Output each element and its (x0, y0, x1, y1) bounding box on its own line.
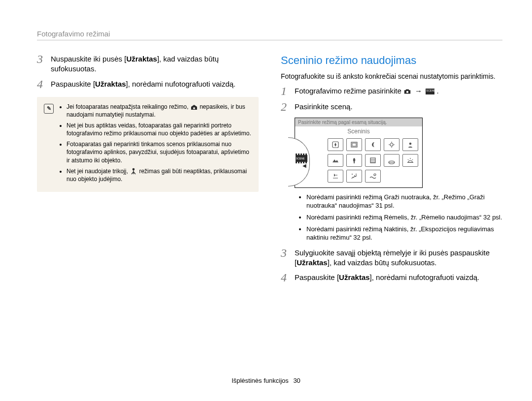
arrow-icon: → (415, 87, 422, 95)
scene-cell (365, 138, 381, 151)
intro-text: Fotografuokite su iš anksto konkrečiai s… (281, 72, 502, 81)
mode-dial: SCENE ◀ (288, 137, 310, 186)
scene-cell (402, 154, 418, 167)
scene-cell (346, 154, 362, 167)
svg-rect-7 (354, 162, 355, 163)
svg-point-1 (406, 91, 408, 93)
step-3-left: 3 Nuspauskite iki pusės [Užraktas], kad … (37, 54, 259, 74)
scene-grid (314, 138, 418, 183)
list-item: Net jei bus aptiktas veidas, fotoaparata… (66, 122, 252, 137)
list-item: Fotoaparatas gali neparinkti tinkamos sc… (66, 140, 252, 164)
text: Paspauskite [ (51, 80, 95, 88)
section-header: Fotografavimo režimai (37, 30, 502, 40)
chevron-left-icon: ◀ (302, 163, 306, 168)
step-4-left: 4 Paspauskite [Užraktas], norėdami nufot… (37, 79, 259, 90)
text: Paspauskite [ (295, 273, 339, 281)
right-column: Sceninio režimo naudojimas Fotografuokit… (281, 54, 502, 288)
svg-point-5 (390, 143, 393, 146)
scene-cell (328, 138, 343, 151)
screen-mode-label: Sceninis (295, 126, 422, 136)
list-item: Norėdami pasirinkti režimą Graži nuotrau… (306, 193, 502, 210)
page-number: 30 (293, 377, 300, 384)
step-number: 1 (281, 85, 292, 97)
text: Jei fotoaparatas neatpažįsta reikalingo … (66, 103, 190, 110)
text: ], norėdami nufotografuoti vaizdą. (370, 273, 480, 281)
dial-scene-label: SCENE (296, 157, 304, 160)
list-item: Norėdami pasirinkti režimą Naktinis, žr.… (306, 225, 502, 242)
list-item: Jei fotoaparatas neatpažįsta reikalingo … (66, 103, 252, 119)
note-box: ✎ Jei fotoaparatas neatpažįsta reikaling… (37, 97, 259, 192)
scene-cell (346, 170, 362, 183)
svg-point-11 (374, 174, 376, 176)
scene-cell (384, 138, 399, 151)
note-icon: ✎ (44, 104, 54, 114)
scene-cell (328, 170, 343, 183)
step-3-right: 3 Sulygiuokite savąjį objektą rėmelyje i… (281, 248, 502, 268)
svg-point-0 (133, 168, 135, 171)
left-column: 3 Nuspauskite iki pusės [Užraktas], kad … (37, 54, 259, 288)
screen-status-bar: Pasirinkite režimą pagal esamą situaciją… (295, 118, 422, 126)
list-item: Norėdami pasirinkti režimą Rėmelis, žr. … (306, 213, 502, 222)
bold: Užraktas (339, 273, 370, 281)
svg-point-6 (409, 143, 412, 145)
scene-icon (426, 89, 434, 94)
text: ], norėdami nufotografuoti vaizdą. (126, 80, 236, 88)
scene-cell (346, 138, 362, 151)
bold: Užraktas (95, 80, 126, 88)
step-number: 2 (281, 101, 292, 113)
scene-cell (402, 138, 418, 151)
step-1-right: 1 Fotografavimo režime pasirinkite → . (281, 86, 502, 97)
list-item: Net jei naudojate trikojį, režimas gali … (66, 167, 252, 183)
text: Net jei naudojate trikojį, (66, 168, 130, 175)
scene-ref-list: Norėdami pasirinkti režimą Graži nuotrau… (299, 193, 502, 242)
scene-cell (328, 154, 343, 167)
scene-select-screen: Pasirinkite režimą pagal esamą situaciją… (295, 118, 423, 188)
camera-icon (403, 88, 411, 95)
text: Pasirinkite sceną. (295, 102, 502, 112)
text: ], kad vaizdas būtų sufokusuotas. (328, 258, 437, 267)
note-list: Jei fotoaparatas neatpažįsta reikalingo … (59, 103, 252, 186)
tripod-icon (130, 168, 137, 175)
svg-rect-4 (352, 143, 356, 146)
step-number: 4 (281, 272, 292, 283)
footer-label: Išplėstinės funkcijos (232, 377, 289, 384)
bold: Užraktas (126, 55, 157, 63)
scene-cell (365, 170, 381, 183)
step-number: 3 (37, 53, 48, 65)
step-2-right: 2 Pasirinkite sceną. (281, 102, 502, 113)
bold: Užraktas (297, 258, 328, 267)
svg-point-9 (352, 174, 353, 175)
step-number: 3 (281, 247, 292, 259)
scene-mode-heading: Sceninio režimo naudojimas (281, 54, 502, 67)
scene-cell (365, 154, 381, 167)
page-footer: Išplėstinės funkcijos 30 (0, 377, 532, 384)
scene-cell (384, 154, 399, 167)
svg-point-10 (356, 174, 357, 175)
step-4-right: 4 Paspauskite [Užraktas], norėdami nufot… (281, 273, 502, 283)
text: Nuspauskite iki pusės [ (51, 55, 126, 63)
dial-scene-icon: SCENE (296, 155, 307, 162)
step-number: 4 (37, 78, 48, 90)
camera-house-icon (190, 104, 198, 111)
text: Fotografavimo režime pasirinkite (295, 87, 403, 95)
